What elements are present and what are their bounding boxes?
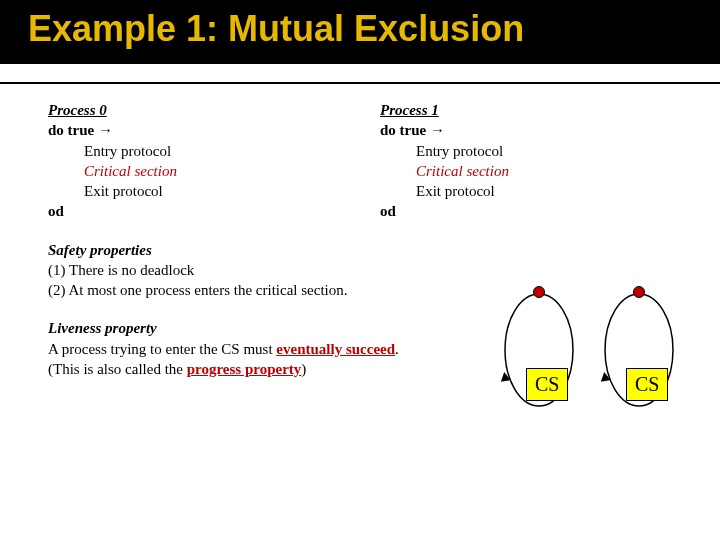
loop-right-arrow-icon (599, 371, 610, 382)
process-1-entry: Entry protocol (380, 141, 672, 161)
slide-title: Example 1: Mutual Exclusion (28, 8, 692, 50)
process-1: Process 1 do true → Entry protocol Criti… (380, 100, 672, 222)
loop-left-dot-icon (533, 286, 545, 298)
process-0-od: od (48, 201, 340, 221)
liveness-pre2: (This is also called the (48, 361, 187, 377)
process-0-do: do true → (48, 120, 340, 140)
process-1-critical: Critical section (380, 161, 672, 181)
cs-box-right: CS (626, 368, 668, 401)
liveness-eventually: eventually succeed (276, 341, 395, 357)
process-0-head: Process 0 (48, 100, 340, 120)
loop-right-dot-icon (633, 286, 645, 298)
process-0-entry: Entry protocol (48, 141, 340, 161)
cs-diagram: CS CS (500, 290, 690, 430)
loop-left: CS (500, 290, 578, 410)
process-1-od: od (380, 201, 672, 221)
loop-right: CS (600, 290, 678, 410)
liveness-post2: ) (301, 361, 306, 377)
process-1-do: do true → (380, 120, 672, 140)
process-columns: Process 0 do true → Entry protocol Criti… (48, 100, 672, 222)
cs-box-left: CS (526, 368, 568, 401)
safety-line-1: (1) There is no deadlock (48, 260, 672, 280)
safety-head: Safety properties (48, 240, 672, 260)
liveness-post: . (395, 341, 399, 357)
process-1-head: Process 1 (380, 100, 672, 120)
liveness-progress: progress property (187, 361, 302, 377)
loop-left-arrow-icon (499, 371, 510, 382)
process-0-critical: Critical section (48, 161, 340, 181)
title-band: Example 1: Mutual Exclusion (0, 0, 720, 64)
process-1-exit: Exit protocol (380, 181, 672, 201)
slide: Example 1: Mutual Exclusion Process 0 do… (0, 0, 720, 540)
process-0: Process 0 do true → Entry protocol Criti… (48, 100, 340, 222)
process-0-exit: Exit protocol (48, 181, 340, 201)
liveness-pre: A process trying to enter the CS must (48, 341, 276, 357)
